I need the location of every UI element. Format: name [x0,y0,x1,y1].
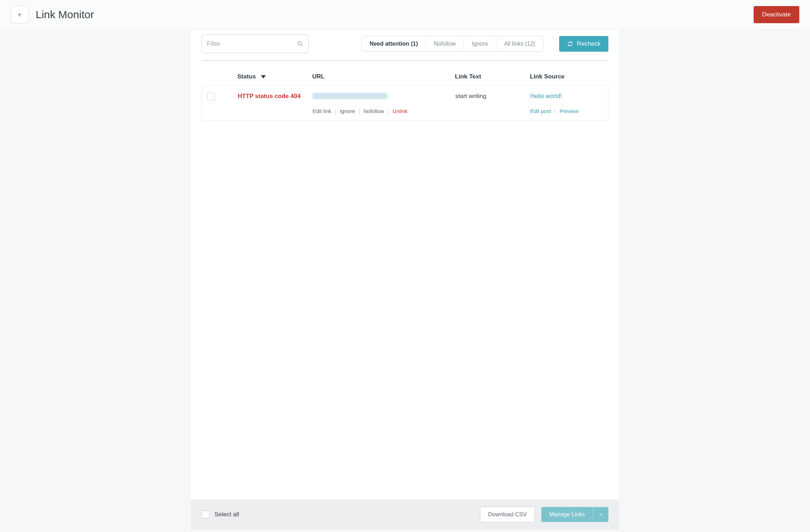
tab-group: Need attention (1) Nofollow Ignore All l… [361,36,543,52]
select-all-checkbox[interactable] [202,511,209,518]
table-header: Status URL Link Text Link Source [202,68,608,85]
filter-input[interactable] [202,35,309,53]
row-checkbox[interactable] [207,93,215,101]
deactivate-button[interactable]: Deactivate [754,6,799,23]
tab-nofollow[interactable]: Nofollow [426,36,464,51]
back-button[interactable] [11,6,29,24]
link-source-link[interactable]: Hello world! [530,93,562,99]
table-row: HTTP status code 404 start writing Hello… [202,85,608,121]
row-status: HTTP status code 404 [238,93,313,102]
tab-ignore[interactable]: Ignore [464,36,496,51]
arrow-left-icon [16,11,23,18]
tab-need-attention[interactable]: Need attention (1) [362,36,426,51]
manage-links-group: Manage Links [541,507,608,522]
col-status[interactable]: Status [237,73,312,80]
chevron-down-icon [598,512,603,517]
tab-all-links[interactable]: All links (12) [496,36,543,51]
col-link-source[interactable]: Link Source [530,73,608,80]
select-all-label[interactable]: Select all [214,511,239,518]
action-edit-post[interactable]: Edit post [530,108,551,114]
action-ignore[interactable]: Ignore [340,108,355,114]
recheck-button[interactable]: Recheck [559,36,608,52]
action-nofollow[interactable]: Nofollow [364,108,384,114]
col-link-text[interactable]: Link Text [455,73,530,80]
filter-wrap [202,35,309,53]
search-icon [297,40,304,47]
page-title: Link Monitor [36,9,754,21]
recheck-label: Recheck [577,40,601,47]
col-status-label: Status [237,73,256,80]
row-source-actions: Edit post | Preview [530,108,603,114]
row-url [313,93,455,102]
manage-links-button[interactable]: Manage Links [541,507,593,522]
caret-down-icon [261,75,266,78]
row-link-text: start writing [455,93,530,102]
action-preview[interactable]: Preview [560,108,578,114]
row-link-source: Hello world! [530,93,603,102]
action-unlink[interactable]: Unlink [393,108,407,114]
row-actions: Edit link | Ignore | Nofollow | Unlink [313,108,455,114]
divider [202,60,608,61]
url-blurred [313,93,388,99]
manage-links-dropdown[interactable] [593,507,608,522]
download-csv-button[interactable]: Download CSV [480,507,535,522]
action-edit-link[interactable]: Edit link [313,108,331,114]
svg-point-0 [298,41,301,45]
refresh-icon [567,41,573,47]
col-url[interactable]: URL [312,73,455,80]
